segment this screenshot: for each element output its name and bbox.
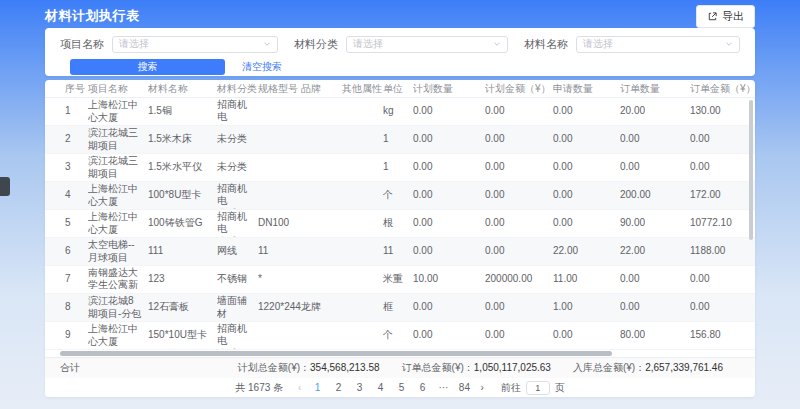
table-cell: 0.00 (553, 133, 620, 146)
page-number-button[interactable]: 1 (310, 382, 324, 393)
table-cell: 10772.10 (690, 217, 755, 230)
column-header: 其他属性 (342, 82, 383, 96)
table-cell: 11.00 (553, 273, 620, 286)
page-number-button[interactable]: 6 (415, 382, 429, 393)
table-cell: 未分类 (217, 133, 258, 146)
table-cell: 招商机电 水暖材料 (217, 211, 258, 237)
total-label: 订单总金额(¥)： (402, 362, 474, 373)
table-cell: 3 (65, 161, 88, 174)
table-row: 9上海松江中心大厦150*10U型卡招商机电 水暖材料个0.000.000.00… (45, 322, 755, 350)
column-header: 申请数量 (553, 82, 620, 96)
table-cell: 1.00 (553, 301, 620, 314)
filter-label: 项目名称 (60, 37, 104, 52)
table-cell: 滨江花城三期项目 (88, 127, 148, 152)
table-cell: 0.00 (485, 105, 553, 118)
table-cell: 0.00 (620, 301, 690, 314)
table-cell: 0.00 (553, 189, 620, 202)
vertical-scrollbar[interactable] (749, 100, 753, 240)
summary-total: 入库总金额(¥)：2,657,339,761.46 (573, 361, 723, 375)
page-number-button[interactable]: 3 (352, 382, 366, 393)
table-cell: 12石膏板 (148, 301, 217, 314)
table-cell: 11 (258, 245, 301, 258)
page-number-button[interactable]: 84 (457, 382, 471, 393)
table-row: 7南钢盛达大学生公寓新建123不锈钢*米重10.00200000.0011.00… (45, 266, 755, 294)
page-number-button[interactable]: 2 (331, 382, 345, 393)
table-cell: * (258, 273, 301, 286)
table-cell: 不锈钢 (217, 273, 258, 286)
sidebar-collapse-handle[interactable] (0, 177, 10, 196)
table-cell: 上海松江中心大厦 (88, 99, 148, 124)
table-cell: 200.00 (620, 189, 690, 202)
goto-label: 前往 (501, 381, 521, 395)
export-icon (707, 11, 718, 22)
pagination-pages: 123456···84 (310, 382, 471, 393)
horizontal-scrollbar[interactable] (60, 351, 612, 356)
column-header: 订单数量 (620, 82, 690, 96)
next-page-button[interactable]: › (478, 382, 485, 393)
table-cell: 0.00 (690, 273, 755, 286)
table-cell: 滨江花城三期项目 (88, 155, 148, 180)
summary-total: 计划总金额(¥)：354,568,213.58 (238, 361, 380, 375)
total-label: 入库总金额(¥)： (573, 362, 645, 373)
table-cell: DN100 (258, 217, 301, 230)
table-cell: kg (383, 105, 413, 118)
page-ellipsis[interactable]: ··· (436, 382, 450, 393)
table-cell: 4 (65, 189, 88, 202)
table-cell: 1 (65, 105, 88, 118)
table-body: 1上海松江中心大厦1.5铜招商机电 电气材料kg0.000.000.0020.0… (45, 98, 755, 350)
table-cell: 200000.00 (485, 273, 553, 286)
table-row: 4上海松江中心大厦100*8U型卡招商机电 水暖材料个0.000.000.002… (45, 182, 755, 210)
table-row: 2滨江花城三期项目1.5米木床未分类10.000.000.000.000.00 (45, 126, 755, 154)
goto-page-input[interactable] (526, 381, 550, 395)
export-label: 导出 (722, 9, 744, 24)
column-header: 品牌 (301, 82, 342, 96)
table-cell: 个 (383, 329, 413, 342)
page-title: 材料计划执行表 (45, 7, 140, 25)
filter-row: 项目名称请选择材料分类请选择材料名称请选择 (60, 35, 740, 53)
table-cell: 0.00 (553, 105, 620, 118)
column-header: 序号 (65, 82, 88, 96)
total-value: 354,568,213.58 (310, 362, 380, 373)
filter-label: 材料分类 (294, 37, 338, 52)
table-cell: 0.00 (413, 189, 485, 202)
page: 材料计划执行表 导出 项目名称请选择材料分类请选择材料名称请选择 搜索 清空搜索… (0, 0, 800, 409)
table-cell: 123 (148, 273, 217, 286)
table-cell: 11 (383, 245, 413, 258)
table-cell: 1.5铜 (148, 105, 217, 118)
table-cell: 米重 (383, 273, 413, 286)
project-name-select[interactable]: 请选择 (112, 36, 278, 53)
column-header: 订单金额（¥） (690, 82, 755, 96)
pagination-goto: 前往 页 (501, 381, 565, 395)
table-cell: 滨江花城8期项目-分包 (88, 295, 148, 320)
table-cell: 招商机电 水暖材料 (217, 323, 258, 349)
page-number-button[interactable]: 4 (373, 382, 387, 393)
clear-search-link[interactable]: 清空搜索 (242, 60, 282, 74)
summary-totals: 计划总金额(¥)：354,568,213.58订单总金额(¥)：1,050,11… (238, 361, 723, 375)
table-cell: 80.00 (620, 329, 690, 342)
table-cell: 招商机电 水暖材料 (217, 183, 258, 209)
table-cell: 0.00 (485, 189, 553, 202)
prev-page-button[interactable]: ‹ (296, 382, 303, 393)
table-cell: 0.00 (553, 329, 620, 342)
table-cell: 22.00 (620, 245, 690, 258)
table-cell: 0.00 (690, 133, 755, 146)
table-cell: 9 (65, 329, 88, 342)
export-button[interactable]: 导出 (696, 5, 755, 28)
table-row: 8滨江花城8期项目-分包12石膏板墙面辅材1220*2440*12龙牌框0.00… (45, 294, 755, 322)
filter-actions: 搜索 清空搜索 (70, 59, 740, 75)
table-cell: 1188.00 (690, 245, 755, 258)
table-cell: 0.00 (485, 161, 553, 174)
total-value: 1,050,117,025.63 (474, 362, 551, 373)
total-value: 2,657,339,761.46 (645, 362, 723, 373)
table-cell: 0.00 (485, 133, 553, 146)
material-category-select[interactable]: 请选择 (346, 36, 508, 53)
table-cell: 南钢盛达大学生公寓新建 (88, 267, 148, 293)
table-cell: 10.00 (413, 273, 485, 286)
table-cell: 0.00 (413, 301, 485, 314)
select-placeholder: 请选择 (353, 37, 383, 51)
table-cell: 0.00 (485, 217, 553, 230)
table-cell: 0.00 (553, 161, 620, 174)
page-number-button[interactable]: 5 (394, 382, 408, 393)
search-button[interactable]: 搜索 (70, 59, 225, 75)
material-name-select[interactable]: 请选择 (576, 36, 740, 53)
